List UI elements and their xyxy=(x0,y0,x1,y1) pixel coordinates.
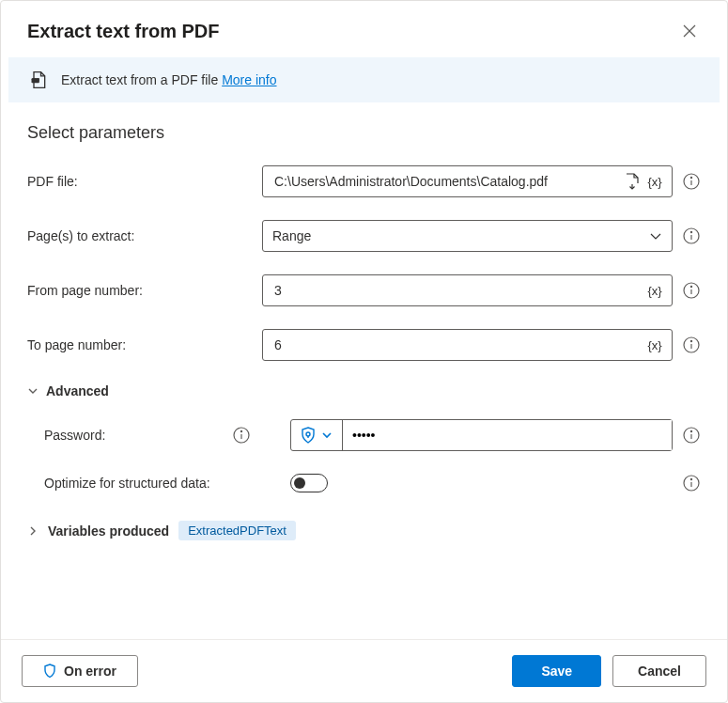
svg-point-9 xyxy=(690,231,691,232)
svg-point-15 xyxy=(690,340,691,341)
info-password-left[interactable] xyxy=(232,426,251,445)
dialog-footer: On error Save Cancel xyxy=(1,639,727,702)
input-to-wrapper: {x} xyxy=(262,329,673,361)
on-error-button[interactable]: On error xyxy=(22,655,138,687)
toggle-optimize[interactable] xyxy=(290,474,328,492)
row-pages: Page(s) to extract: Range xyxy=(27,220,701,252)
label-optimize: Optimize for structured data: xyxy=(27,476,262,491)
variables-produced-row: Variables produced ExtractedPDFText xyxy=(27,521,701,540)
info-pdf-file[interactable] xyxy=(682,172,701,191)
advanced-label: Advanced xyxy=(46,383,109,398)
file-select-icon xyxy=(625,173,640,190)
input-password[interactable] xyxy=(343,420,672,450)
row-pdf-file: PDF file: {x} xyxy=(27,165,701,197)
info-password-right[interactable] xyxy=(682,426,701,445)
chevron-down-icon xyxy=(321,430,333,441)
toggle-knob xyxy=(294,477,305,489)
svg-point-26 xyxy=(690,478,691,479)
info-optimize[interactable] xyxy=(682,474,701,492)
chevron-down-icon xyxy=(649,229,662,242)
info-icon xyxy=(683,336,700,353)
browse-file-button[interactable] xyxy=(621,170,643,193)
variable-picker-to[interactable]: {x} xyxy=(643,334,666,356)
shield-outline-icon xyxy=(43,664,56,679)
advanced-section-toggle[interactable]: Advanced xyxy=(27,383,701,398)
input-pdf-file-wrapper: {x} xyxy=(262,165,673,197)
more-info-link[interactable]: More info xyxy=(222,72,276,87)
dropdown-pages-value: Range xyxy=(272,228,311,243)
close-button[interactable] xyxy=(678,20,701,42)
dropdown-pages[interactable]: Range xyxy=(262,220,673,252)
variable-picker-from[interactable]: {x} xyxy=(643,279,666,302)
svg-text:PDF: PDF xyxy=(33,79,39,83)
dialog-header: Extract text from PDF xyxy=(1,1,727,57)
variable-output-pill[interactable]: ExtractedPDFText xyxy=(178,521,296,540)
label-to-page: To page number: xyxy=(27,337,262,352)
label-from-page: From page number: xyxy=(27,283,262,298)
dialog-title: Extract text from PDF xyxy=(27,21,220,42)
variable-icon: {x} xyxy=(647,284,661,298)
variable-icon: {x} xyxy=(647,338,661,352)
shield-icon xyxy=(301,427,316,444)
info-to-page[interactable] xyxy=(682,336,701,354)
row-from-page: From page number: {x} xyxy=(27,274,701,306)
label-pages: Page(s) to extract: xyxy=(27,228,262,243)
info-icon xyxy=(233,427,250,444)
info-icon xyxy=(683,173,700,190)
cancel-button[interactable]: Cancel xyxy=(612,655,706,687)
info-icon xyxy=(683,475,700,492)
section-title: Select parameters xyxy=(27,123,701,143)
svg-point-18 xyxy=(240,430,241,431)
svg-point-12 xyxy=(690,286,691,287)
info-pages[interactable] xyxy=(682,227,701,245)
info-banner: PDF Extract text from a PDF file More in… xyxy=(8,57,720,102)
close-icon xyxy=(683,24,696,38)
on-error-label: On error xyxy=(64,664,116,679)
footer-right: Save Cancel xyxy=(512,655,706,687)
label-pdf-file: PDF file: xyxy=(27,174,262,189)
row-optimize: Optimize for structured data: xyxy=(27,474,701,492)
info-icon xyxy=(683,282,700,299)
banner-text: Extract text from a PDF file More info xyxy=(61,72,277,87)
password-mode-selector[interactable] xyxy=(291,420,343,450)
input-to-page[interactable] xyxy=(272,330,643,360)
svg-point-23 xyxy=(690,430,691,431)
row-to-page: To page number: {x} xyxy=(27,329,701,361)
variables-produced-label[interactable]: Variables produced xyxy=(48,523,169,539)
input-from-page[interactable] xyxy=(272,275,643,305)
label-password: Password: xyxy=(27,428,105,443)
info-icon xyxy=(683,227,700,244)
svg-point-6 xyxy=(690,177,691,178)
banner-text-content: Extract text from a PDF file xyxy=(61,72,222,87)
input-pdf-file[interactable] xyxy=(272,166,621,196)
input-from-wrapper: {x} xyxy=(262,274,673,306)
row-password: Password: xyxy=(27,419,701,451)
chevron-right-icon[interactable] xyxy=(27,525,39,537)
password-group xyxy=(290,419,673,451)
content-area: Select parameters PDF file: {x} xyxy=(1,102,727,639)
pdf-icon: PDF xyxy=(29,70,48,89)
info-from-page[interactable] xyxy=(682,281,701,300)
variable-icon: {x} xyxy=(647,175,661,189)
save-button[interactable]: Save xyxy=(512,655,601,687)
label-password-wrap: Password: xyxy=(27,426,262,445)
info-icon xyxy=(683,427,700,444)
variable-picker-button[interactable]: {x} xyxy=(643,170,666,193)
svg-point-19 xyxy=(306,432,310,436)
chevron-down-icon xyxy=(27,385,39,397)
